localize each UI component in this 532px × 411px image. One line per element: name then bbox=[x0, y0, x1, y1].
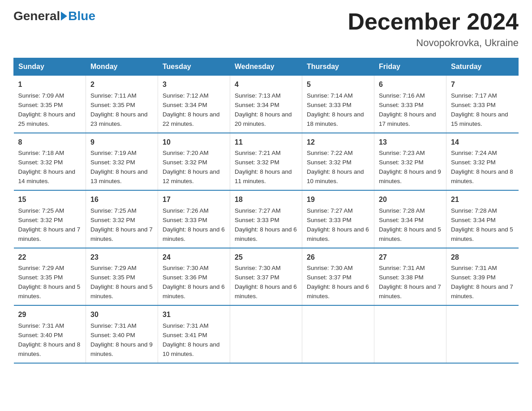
day-cell: 25Sunrise: 7:30 AMSunset: 3:37 PMDayligh… bbox=[230, 248, 302, 305]
day-number: 2 bbox=[90, 79, 153, 90]
header-sunday: Sunday bbox=[14, 58, 86, 76]
day-cell: 23Sunrise: 7:29 AMSunset: 3:35 PMDayligh… bbox=[86, 248, 158, 305]
day-cell: 17Sunrise: 7:26 AMSunset: 3:33 PMDayligh… bbox=[158, 190, 230, 248]
day-number: 17 bbox=[163, 194, 225, 206]
day-number: 16 bbox=[90, 194, 153, 206]
day-number: 8 bbox=[18, 137, 82, 148]
day-cell bbox=[230, 305, 302, 363]
day-number: 1 bbox=[18, 79, 82, 90]
main-title: December 2024 bbox=[348, 9, 519, 34]
location-subtitle: Novopokrovka, Ukraine bbox=[348, 37, 519, 49]
header-saturday: Saturday bbox=[446, 58, 519, 76]
day-cell: 12Sunrise: 7:22 AMSunset: 3:32 PMDayligh… bbox=[302, 133, 374, 190]
day-cell: 24Sunrise: 7:30 AMSunset: 3:36 PMDayligh… bbox=[158, 248, 230, 305]
day-number: 18 bbox=[235, 194, 297, 206]
day-number: 28 bbox=[451, 252, 514, 263]
logo: General Blue bbox=[13, 9, 95, 23]
week-row-1: 1Sunrise: 7:09 AMSunset: 3:35 PMDaylight… bbox=[14, 76, 519, 133]
day-number: 4 bbox=[235, 79, 297, 90]
title-section: December 2024 Novopokrovka, Ukraine bbox=[348, 9, 519, 49]
day-number: 20 bbox=[379, 194, 442, 206]
day-number: 25 bbox=[235, 252, 297, 263]
day-number: 13 bbox=[379, 137, 442, 148]
day-number: 31 bbox=[163, 309, 225, 321]
day-cell: 21Sunrise: 7:28 AMSunset: 3:34 PMDayligh… bbox=[446, 190, 519, 248]
week-row-5: 29Sunrise: 7:31 AMSunset: 3:40 PMDayligh… bbox=[14, 305, 519, 363]
day-cell: 7Sunrise: 7:17 AMSunset: 3:33 PMDaylight… bbox=[446, 76, 519, 133]
week-row-2: 8Sunrise: 7:18 AMSunset: 3:32 PMDaylight… bbox=[14, 133, 519, 190]
day-number: 10 bbox=[163, 137, 225, 148]
logo-general-text: General bbox=[13, 9, 60, 23]
day-cell: 8Sunrise: 7:18 AMSunset: 3:32 PMDaylight… bbox=[14, 133, 86, 190]
day-number: 27 bbox=[379, 252, 442, 263]
day-cell: 20Sunrise: 7:28 AMSunset: 3:34 PMDayligh… bbox=[374, 190, 446, 248]
day-number: 24 bbox=[163, 252, 225, 263]
calendar-table: SundayMondayTuesdayWednesdayThursdayFrid… bbox=[13, 58, 519, 363]
day-cell: 28Sunrise: 7:31 AMSunset: 3:39 PMDayligh… bbox=[446, 248, 519, 305]
day-cell: 30Sunrise: 7:31 AMSunset: 3:40 PMDayligh… bbox=[86, 305, 158, 363]
day-cell: 3Sunrise: 7:12 AMSunset: 3:34 PMDaylight… bbox=[158, 76, 230, 133]
day-number: 6 bbox=[379, 79, 442, 90]
day-number: 11 bbox=[235, 137, 297, 148]
calendar-header-row: SundayMondayTuesdayWednesdayThursdayFrid… bbox=[14, 58, 519, 76]
day-number: 7 bbox=[451, 79, 514, 90]
day-cell: 13Sunrise: 7:23 AMSunset: 3:32 PMDayligh… bbox=[374, 133, 446, 190]
header-monday: Monday bbox=[86, 58, 158, 76]
day-cell: 18Sunrise: 7:27 AMSunset: 3:33 PMDayligh… bbox=[230, 190, 302, 248]
day-cell: 26Sunrise: 7:30 AMSunset: 3:37 PMDayligh… bbox=[302, 248, 374, 305]
day-number: 26 bbox=[307, 252, 369, 263]
week-row-4: 22Sunrise: 7:29 AMSunset: 3:35 PMDayligh… bbox=[14, 248, 519, 305]
logo-arrow-icon bbox=[61, 12, 67, 21]
day-cell: 5Sunrise: 7:14 AMSunset: 3:33 PMDaylight… bbox=[302, 76, 374, 133]
day-number: 23 bbox=[90, 252, 153, 263]
day-cell bbox=[374, 305, 446, 363]
day-cell: 2Sunrise: 7:11 AMSunset: 3:35 PMDaylight… bbox=[86, 76, 158, 133]
day-cell bbox=[302, 305, 374, 363]
day-cell: 6Sunrise: 7:16 AMSunset: 3:33 PMDaylight… bbox=[374, 76, 446, 133]
day-number: 21 bbox=[451, 194, 514, 206]
day-cell: 15Sunrise: 7:25 AMSunset: 3:32 PMDayligh… bbox=[14, 190, 86, 248]
day-number: 22 bbox=[18, 252, 82, 263]
day-number: 15 bbox=[18, 194, 82, 206]
day-cell: 11Sunrise: 7:21 AMSunset: 3:32 PMDayligh… bbox=[230, 133, 302, 190]
header-friday: Friday bbox=[374, 58, 446, 76]
day-number: 5 bbox=[307, 79, 369, 90]
day-cell bbox=[446, 305, 519, 363]
day-cell: 31Sunrise: 7:31 AMSunset: 3:41 PMDayligh… bbox=[158, 305, 230, 363]
header-tuesday: Tuesday bbox=[158, 58, 230, 76]
day-cell: 4Sunrise: 7:13 AMSunset: 3:34 PMDaylight… bbox=[230, 76, 302, 133]
day-cell: 10Sunrise: 7:20 AMSunset: 3:32 PMDayligh… bbox=[158, 133, 230, 190]
page-header: General Blue December 2024 Novopokrovka,… bbox=[13, 9, 519, 49]
day-cell: 1Sunrise: 7:09 AMSunset: 3:35 PMDaylight… bbox=[14, 76, 86, 133]
logo-blue-text: Blue bbox=[68, 9, 95, 23]
day-number: 14 bbox=[451, 137, 514, 148]
day-cell: 22Sunrise: 7:29 AMSunset: 3:35 PMDayligh… bbox=[14, 248, 86, 305]
day-cell: 27Sunrise: 7:31 AMSunset: 3:38 PMDayligh… bbox=[374, 248, 446, 305]
day-number: 29 bbox=[18, 309, 82, 321]
day-cell: 29Sunrise: 7:31 AMSunset: 3:40 PMDayligh… bbox=[14, 305, 86, 363]
day-cell: 16Sunrise: 7:25 AMSunset: 3:32 PMDayligh… bbox=[86, 190, 158, 248]
week-row-3: 15Sunrise: 7:25 AMSunset: 3:32 PMDayligh… bbox=[14, 190, 519, 248]
day-cell: 19Sunrise: 7:27 AMSunset: 3:33 PMDayligh… bbox=[302, 190, 374, 248]
day-number: 19 bbox=[307, 194, 369, 206]
day-number: 30 bbox=[90, 309, 153, 321]
header-thursday: Thursday bbox=[302, 58, 374, 76]
day-number: 3 bbox=[163, 79, 225, 90]
header-wednesday: Wednesday bbox=[230, 58, 302, 76]
day-number: 9 bbox=[90, 137, 153, 148]
day-cell: 14Sunrise: 7:24 AMSunset: 3:32 PMDayligh… bbox=[446, 133, 519, 190]
day-number: 12 bbox=[307, 137, 369, 148]
day-cell: 9Sunrise: 7:19 AMSunset: 3:32 PMDaylight… bbox=[86, 133, 158, 190]
